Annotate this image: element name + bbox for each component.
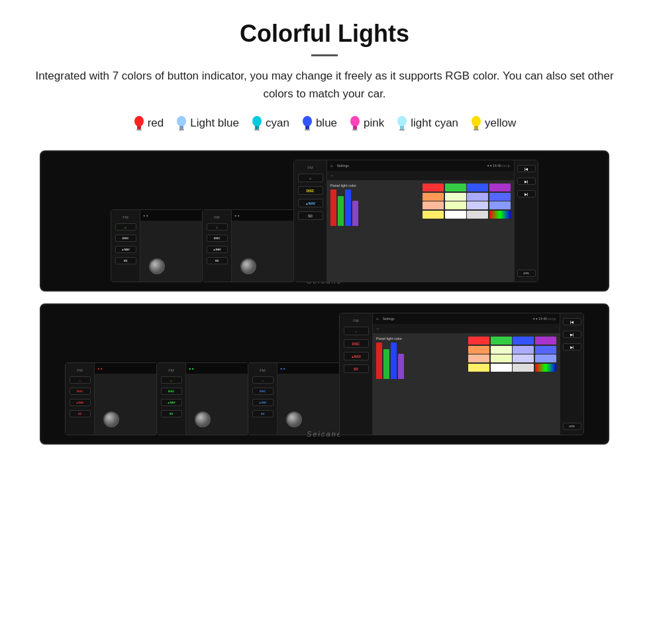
svg-rect-17 xyxy=(399,129,405,131)
knob-2 xyxy=(240,258,256,274)
grid-cell2-9 xyxy=(468,354,489,362)
screen-body-1 xyxy=(140,221,203,282)
center-blue: ● ● xyxy=(277,363,340,435)
svg-rect-10 xyxy=(305,126,309,129)
grid-cell-11 xyxy=(467,201,488,209)
bulb-pink-icon xyxy=(349,115,361,132)
grid-cell2-7 xyxy=(513,346,534,354)
grid-cell2-12 xyxy=(535,354,556,362)
btn-disc-1: DISC xyxy=(115,235,136,242)
btn-nav-green: ▲NAV xyxy=(161,399,182,406)
bar-green-1 xyxy=(338,196,344,226)
bar-purple-1 xyxy=(352,201,358,227)
screen-top-1: ● ● xyxy=(140,210,203,221)
grid-cell-14 xyxy=(445,211,466,219)
left-panel-blue: FM ⌂ DISC ▲NAV SD xyxy=(248,363,277,435)
btn-nav-main-2: ▲NAV xyxy=(344,352,369,360)
radio-unit-main-2: FM ⌂ DISC ▲NAV SD ⌂ Settings ✦ ▾ 14:40 □… xyxy=(339,313,584,435)
back-arrow-2: ← xyxy=(376,327,380,331)
btn-home-blue: ⌂ xyxy=(252,376,274,384)
color-item-pink: pink xyxy=(349,115,384,132)
btn-sd-2: SD xyxy=(207,257,228,264)
left-panel-1: FM ⌂ DISC ▲NAV SD xyxy=(111,210,140,282)
color-label-yellow: yellow xyxy=(485,117,516,130)
svg-rect-5 xyxy=(179,129,184,131)
grid-cell-16 xyxy=(489,211,511,219)
page-title: Colorful Lights xyxy=(26,20,623,48)
bar-blue-1 xyxy=(345,189,351,226)
right-panel-main-2: |◀ ▶| ▶| GPS xyxy=(560,313,583,435)
color-grid-section-2 xyxy=(468,337,556,431)
btn-disc-main: DISC xyxy=(298,186,323,195)
color-item-lightcyan: light cyan xyxy=(396,115,458,132)
grid-cell-8 xyxy=(489,193,511,201)
bulb-lightcyan-icon xyxy=(396,115,408,132)
color-grid-2 xyxy=(468,337,556,372)
grid-cell-15 xyxy=(467,211,488,219)
btn-nav-blue: ▲NAV xyxy=(252,399,274,406)
color-item-cyan: cyan xyxy=(251,115,289,132)
home-icon-2: ⌂ xyxy=(376,317,379,321)
svg-point-12 xyxy=(350,116,360,127)
knob-green xyxy=(195,411,211,427)
bulb-yellow-icon xyxy=(470,115,482,132)
grid-cell2-2 xyxy=(491,337,512,345)
grid-cell2-11 xyxy=(513,354,534,362)
radio-unit-small-2: FM ⌂ DISC ▲NAV SD ● ● xyxy=(202,209,295,282)
btn-home-2: ⌂ xyxy=(207,223,228,231)
android-content-2: Panel light color xyxy=(373,333,560,435)
btn-disc-blue: DISC xyxy=(252,388,274,395)
status-bar-2: ✦ ▾ 14:40 □ □ ▷ xyxy=(532,317,557,321)
svg-point-6 xyxy=(252,116,262,127)
units-row-2: FM ⌂ DISC ▲NAV SD ● ● FM ⌂ DISC xyxy=(46,313,603,435)
device-section-1: FM ⌂ DISC ▲NAV SD ● ● FM ⌂ DISC xyxy=(40,150,609,292)
color-label-red: red xyxy=(148,117,164,130)
screen-body-red xyxy=(95,374,157,435)
grid-cell2-5 xyxy=(468,346,489,354)
android-content-1: Panel light color xyxy=(327,180,514,282)
btn-sd-main-2: SD xyxy=(344,364,369,373)
left-panel-main-2: FM ⌂ DISC ▲NAV SD xyxy=(340,313,373,435)
btn-home-green: ⌂ xyxy=(161,376,182,384)
grid-cell-10 xyxy=(445,201,466,209)
center-green: ● ● xyxy=(186,363,248,435)
color-label-blue: blue xyxy=(316,117,337,130)
grid-cell-12 xyxy=(489,201,511,209)
grid-cell-13 xyxy=(423,211,444,219)
bar-purple-2 xyxy=(398,354,404,380)
radio-unit-red: FM ⌂ DISC ▲NAV SD ● ● xyxy=(65,362,158,435)
screen-body-green xyxy=(186,374,248,435)
btn-sd-red: SD xyxy=(70,410,91,417)
center-red: ● ● xyxy=(95,363,157,435)
panel-color-label-2: Panel light color xyxy=(376,337,464,341)
svg-rect-8 xyxy=(254,129,260,131)
title-section: Colorful Lights Integrated with 7 colors… xyxy=(26,20,623,103)
btn-nav-1: ▲NAV xyxy=(115,246,136,253)
screen-top-red: ● ● xyxy=(95,363,157,374)
grid-cell-4 xyxy=(489,184,511,191)
color-bars-2 xyxy=(376,343,464,379)
android-topbar-1: ⌂ Settings ✦ ▾ 14:40 □ □ ▷ xyxy=(327,160,514,171)
svg-rect-11 xyxy=(305,129,310,131)
right-panel-main: |◀ ▶| ▶| GPS xyxy=(514,160,538,282)
panel-color-label-1: Panel light color xyxy=(330,184,419,188)
svg-rect-14 xyxy=(352,129,358,131)
bar-red-1 xyxy=(330,189,336,226)
svg-rect-20 xyxy=(474,129,479,131)
color-item-blue: blue xyxy=(301,115,337,132)
grid-cell2-10 xyxy=(491,354,512,362)
color-grid-section-1 xyxy=(423,184,511,278)
btn-home-main: ⌂ xyxy=(298,174,323,182)
android-nav-bar-1: ← xyxy=(327,171,514,180)
bulb-cyan-icon xyxy=(251,115,263,132)
left-panel-2: FM ⌂ DISC ▲NAV SD xyxy=(203,210,232,282)
svg-rect-19 xyxy=(474,126,478,129)
btn-disc-green: DISC xyxy=(161,388,182,395)
color-label-pink: pink xyxy=(364,117,384,130)
screen-top-green: ● ● xyxy=(186,363,248,374)
screen-top-2: ● ● xyxy=(232,210,294,221)
btn-gps-main: GPS xyxy=(517,270,536,277)
svg-point-15 xyxy=(397,116,407,127)
radio-unit-blue: FM ⌂ DISC ▲NAV SD ● ● xyxy=(248,362,340,435)
units-row-1: FM ⌂ DISC ▲NAV SD ● ● FM ⌂ DISC xyxy=(46,160,603,282)
